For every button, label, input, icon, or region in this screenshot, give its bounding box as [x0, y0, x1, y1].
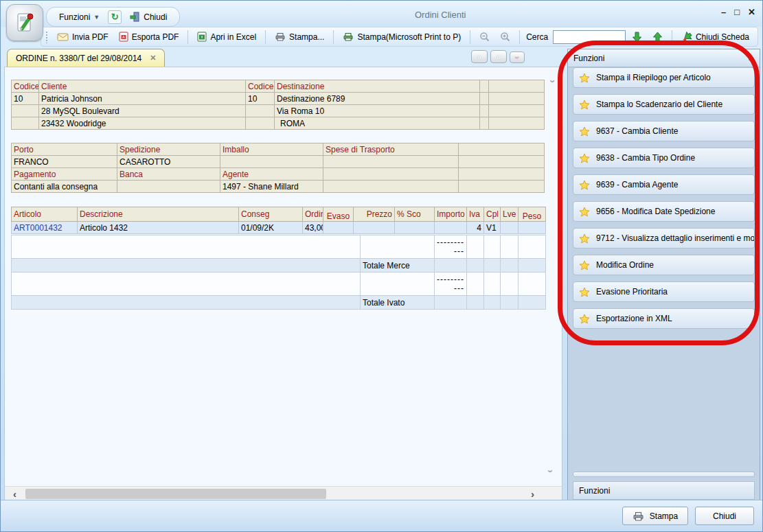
scroll-right-icon[interactable]: ›	[531, 488, 534, 500]
col-header: Importo	[435, 207, 467, 222]
functions-footer-bar[interactable]: Funzioni	[573, 481, 755, 500]
col-header: Prezzo	[354, 207, 395, 222]
tab-close-icon[interactable]: ✕	[150, 54, 156, 62]
function-item-cambia-agente[interactable]: 9639 - Cambia Agente	[573, 174, 755, 195]
toolbar-separator	[672, 30, 672, 44]
stampa-footer-button[interactable]: Stampa	[622, 507, 688, 525]
scroll-down-icon[interactable]: ›	[545, 470, 557, 473]
toolbar-separator	[519, 30, 520, 44]
totale-ivato-label: Totale Ivato	[361, 296, 435, 310]
function-item-scadenzario-cliente[interactable]: Stampa lo Scadenzario del Cliente	[573, 94, 755, 115]
chevron-down-icon: ▼	[93, 14, 100, 21]
spese-value	[323, 156, 459, 168]
pagamento-value: Contanti alla consegna	[12, 181, 117, 193]
stampa-microsoft-button[interactable]: Stampa(Microsoft Print to P)	[339, 30, 465, 44]
arrow-up-green-icon	[652, 32, 663, 43]
agente-value: 1497 - Shane Millard	[220, 181, 323, 193]
function-item-riepilogo-articolo[interactable]: Stampa il Riepilogo per Articolo	[573, 67, 755, 88]
search-prev-button[interactable]	[648, 30, 667, 45]
col-header: Conseg	[239, 207, 303, 222]
horizontal-scrollbar[interactable]: ‹ ›	[5, 486, 562, 500]
star-icon	[579, 100, 590, 110]
col-header: Peso	[519, 207, 546, 222]
banca-value	[117, 181, 220, 193]
magnifier-plus-icon	[500, 32, 510, 42]
function-item-cambia-tipo-ordine[interactable]: 9638 - Cambia Tipo Ordine	[573, 148, 755, 168]
col-header: Cliente	[39, 80, 246, 93]
maximize-icon[interactable]: □	[734, 7, 740, 17]
chiudi-menu-button[interactable]: Chiudi	[127, 10, 170, 23]
chevron-down-icon: ›	[513, 56, 521, 59]
item-ordinato: 43,00	[303, 222, 323, 234]
tab-strip: ORDINE n. 3380/T del 29/08/2014 ✕ « » ›	[4, 46, 562, 67]
scroll-up-icon[interactable]: ‹	[545, 80, 557, 83]
envelope-icon	[57, 32, 69, 41]
app-menu-button[interactable]	[6, 4, 43, 41]
window-controls: – □ ✕	[721, 7, 755, 17]
stampa-button[interactable]: Stampa...	[271, 30, 328, 44]
tab-scroll-left-button[interactable]: «	[471, 50, 488, 63]
panel-splitter[interactable]	[573, 472, 755, 477]
scroll-left-icon[interactable]: ‹	[13, 488, 16, 500]
esporta-pdf-button[interactable]: A Esporta PDF	[115, 30, 183, 44]
tab-scroll-right-button[interactable]: »	[490, 50, 507, 63]
col-header: Pagamento	[12, 168, 117, 181]
title-bar: Funzioni ▼ ↻ Chiudi Ordini Clienti – □ ✕	[1, 1, 762, 27]
item-prezzo	[354, 222, 395, 234]
function-item-visualizza-dettaglio[interactable]: 9712 - Visualizza dettaglio inserimenti …	[573, 228, 755, 248]
functions-panel: Funzioni ➤ Stampa il Riepilogo per Artic…	[567, 49, 760, 500]
col-header: Iva	[467, 207, 484, 222]
col-header: Descrizione	[78, 207, 239, 222]
function-item-cambia-cliente[interactable]: 9637 - Cambia Cliente	[573, 121, 755, 141]
arrow-down-green-icon	[632, 32, 642, 43]
item-consegna: 01/09/2K	[239, 222, 303, 234]
panel-collapse-icon[interactable]: ➤	[748, 54, 754, 62]
app-logo-icon	[13, 11, 36, 34]
items-table: Articolo Descrizione Conseg Ordina Evaso…	[11, 207, 546, 234]
function-item-evasione-prioritaria[interactable]: Evasione Prioritaria	[573, 281, 755, 302]
esporta-pdf-label: Esporta PDF	[132, 32, 179, 42]
function-item-label: 9637 - Cambia Cliente	[596, 126, 678, 136]
function-item-esportazione-xml[interactable]: Esportazione in XML	[573, 308, 755, 329]
zoom-out-button[interactable]	[475, 30, 494, 44]
refresh-button[interactable]: ↻	[108, 10, 122, 24]
tab-ordine[interactable]: ORDINE n. 3380/T del 29/08/2014 ✕	[7, 49, 165, 67]
invia-pdf-button[interactable]: Invia PDF	[53, 30, 113, 44]
zoom-in-button[interactable]	[496, 30, 514, 44]
excel-icon: X	[197, 32, 207, 42]
search-next-button[interactable]	[628, 30, 646, 45]
function-item-label: Evasione Prioritaria	[596, 287, 668, 297]
totals-table: ----------- Totale Merce -----------	[11, 235, 546, 310]
search-label: Cerca	[526, 32, 548, 42]
function-item-modifica-date-spedizione[interactable]: 9656 - Modifica Date Spedizione	[573, 201, 755, 222]
col-header: Articolo	[12, 207, 78, 222]
search-input[interactable]	[553, 30, 626, 44]
chiudi-scheda-button[interactable]: Chiudi Scheda	[677, 30, 753, 44]
funzioni-menu-button[interactable]: Funzioni ▼	[56, 11, 102, 23]
function-item-label: Stampa lo Scadenzario del Cliente	[596, 100, 722, 109]
window-title: Ordini Clienti	[415, 10, 466, 20]
codice-destinazione: 10	[246, 93, 275, 105]
chiudi-footer-label: Chiudi	[713, 511, 736, 521]
function-item-modifica-ordine[interactable]: Modifica Ordine	[573, 255, 755, 275]
stampa-microsoft-label: Stampa(Microsoft Print to P)	[357, 32, 461, 42]
customer-table: Codice Cliente Codice Destinazione 10 Pa…	[11, 80, 545, 130]
apri-excel-button[interactable]: X Apri in Excel	[193, 30, 260, 44]
destinazione-citta: ROMA	[275, 117, 480, 130]
col-header: Destinazione	[275, 80, 480, 93]
chiudi-footer-button[interactable]: Chiudi	[695, 507, 754, 525]
col-header: Agente	[220, 168, 323, 181]
tab-list-button[interactable]: ›	[510, 51, 525, 63]
printer-green-icon	[343, 32, 354, 41]
functions-panel-title: Funzioni	[573, 54, 604, 63]
cliente-nome: Patricia Johnson	[39, 93, 246, 105]
minimize-icon[interactable]: –	[721, 7, 726, 17]
toolbar-grip	[45, 31, 48, 43]
cliente-citta: 23432 Woodridge	[39, 117, 246, 130]
item-importo	[435, 222, 467, 234]
close-icon[interactable]: ✕	[748, 7, 755, 17]
scrollbar-thumb[interactable]	[25, 489, 326, 499]
item-articolo[interactable]: ART0001432	[12, 222, 78, 234]
codice-cliente: 10	[12, 93, 39, 105]
destinazione-nome: Destinazione 6789	[275, 93, 480, 105]
